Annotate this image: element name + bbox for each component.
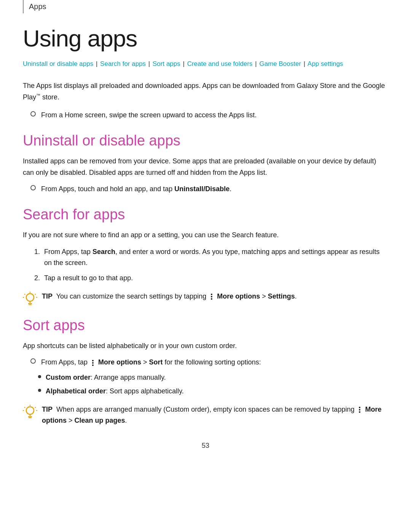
sort-alphabetical-order-text: Alphabetical order: Sort apps alphabetic… — [46, 386, 184, 397]
svg-point-9 — [26, 407, 34, 414]
uninstall-body: Installed apps can be removed from your … — [23, 156, 388, 178]
bullet-circle-icon-3 — [30, 358, 36, 364]
more-options-label-search: More options — [217, 292, 260, 300]
more-options-dots-sort2 — [357, 406, 362, 413]
toc-link-search[interactable]: Search for apps — [100, 60, 146, 67]
toc-link-appsettings[interactable]: App settings — [307, 60, 343, 67]
dot3 — [211, 298, 212, 300]
clean-up-pages-label: Clean up pages — [75, 417, 125, 424]
settings-label: Settings — [268, 292, 295, 300]
more-options-label-sort: More options — [98, 358, 141, 366]
sort-label: Sort — [149, 358, 163, 366]
more-options-dots-search — [209, 293, 214, 300]
svg-line-6 — [35, 294, 36, 295]
intro-paragraph: The Apps list displays all preloaded and… — [23, 80, 388, 103]
intro-bullet-text: From a Home screen, swipe the screen upw… — [41, 110, 256, 121]
custom-order-label: Custom order — [46, 374, 91, 381]
svg-line-15 — [35, 407, 36, 408]
tip-search-text: TIP You can customize the search setting… — [42, 291, 297, 302]
toc-sep-3: | — [181, 60, 185, 67]
header-border — [23, 0, 24, 13]
section-heading-sort: Sort apps — [23, 317, 388, 334]
page-title: Using apps — [23, 25, 388, 52]
sort-bullet-1: From Apps, tap More options > Sort for t… — [30, 357, 388, 368]
step-number-1: 1. — [34, 246, 44, 258]
toc-link-game[interactable]: Game Booster — [260, 60, 301, 67]
toc-sep-2: | — [147, 60, 150, 67]
dot7 — [359, 407, 360, 408]
search-body: If you are not sure where to find an app… — [23, 230, 388, 241]
tip-sort: TIP When apps are arranged manually (Cus… — [23, 404, 388, 427]
bullet-circle-icon-2 — [30, 185, 36, 190]
intro-bullet-1: From a Home screen, swipe the screen upw… — [30, 110, 388, 121]
section-heading-uninstall: Uninstall or disable apps — [23, 133, 388, 149]
sub-bullet-dot-1 — [38, 375, 41, 378]
toc-link-sort[interactable]: Sort apps — [153, 60, 180, 67]
toc-link-uninstall[interactable]: Uninstall or disable apps — [23, 60, 93, 67]
sort-sub-bullets: Custom order: Arrange apps manually. Alp… — [38, 372, 388, 397]
sub-bullet-dot-2 — [38, 389, 41, 392]
tip-label: TIP — [42, 292, 53, 300]
search-numbered-list: 1. From Apps, tap Search, and enter a wo… — [34, 246, 388, 284]
dot5 — [92, 362, 94, 364]
dot9 — [359, 411, 360, 413]
uninstall-bullet-1: From Apps, touch and hold an app, and ta… — [30, 184, 388, 195]
tip-lightbulb-icon-sort — [23, 404, 37, 419]
toc-sep-1: | — [94, 60, 97, 67]
search-bold-label: Search — [92, 248, 115, 256]
tip-sort-text: TIP When apps are arranged manually (Cus… — [42, 404, 388, 427]
sort-custom-order-text: Custom order: Arrange apps manually. — [46, 372, 166, 383]
sort-body: App shortcuts can be listed alphabetical… — [23, 340, 388, 352]
tip-search: TIP You can customize the search setting… — [23, 291, 388, 306]
section-heading-search: Search for apps — [23, 206, 388, 223]
dot1 — [211, 294, 212, 295]
header-bar: Apps — [23, 0, 388, 13]
dot2 — [211, 296, 212, 297]
toc-link-folders[interactable]: Create and use folders — [187, 60, 253, 67]
uninstall-disable-label: Uninstall/Disable — [174, 185, 229, 193]
search-step-1-text: From Apps, tap Search, and enter a word … — [44, 246, 388, 269]
sort-bullet-text: From Apps, tap More options > Sort for t… — [41, 357, 261, 368]
uninstall-bullet-text: From Apps, touch and hold an app, and ta… — [41, 184, 231, 195]
svg-line-14 — [24, 407, 25, 408]
dot4 — [92, 360, 94, 361]
toc-sep-5: | — [302, 60, 305, 67]
toc-sep-4: | — [253, 60, 257, 67]
tip-lightbulb-icon-search — [23, 291, 37, 306]
search-step-1: 1. From Apps, tap Search, and enter a wo… — [34, 246, 388, 269]
page-container: Apps Using apps Uninstall or disable app… — [0, 0, 411, 480]
sort-custom-order: Custom order: Arrange apps manually. — [38, 372, 388, 383]
step-number-2: 2. — [34, 273, 44, 284]
alphabetical-order-label: Alphabetical order — [46, 387, 106, 395]
breadcrumb: Apps — [29, 0, 46, 13]
search-step-2-text: Tap a result to go to that app. — [44, 273, 133, 284]
dot8 — [359, 409, 360, 411]
toc-links: Uninstall or disable apps | Search for a… — [23, 59, 388, 70]
svg-line-5 — [24, 294, 25, 295]
tip-label-sort: TIP — [42, 406, 53, 413]
search-step-2: 2. Tap a result to go to that app. — [34, 273, 388, 284]
more-options-dots-sort — [91, 359, 95, 366]
bullet-circle-icon — [30, 111, 36, 117]
sort-alphabetical-order: Alphabetical order: Sort apps alphabetic… — [38, 386, 388, 397]
svg-point-0 — [26, 294, 34, 301]
dot6 — [92, 364, 94, 366]
page-number: 53 — [23, 442, 388, 457]
